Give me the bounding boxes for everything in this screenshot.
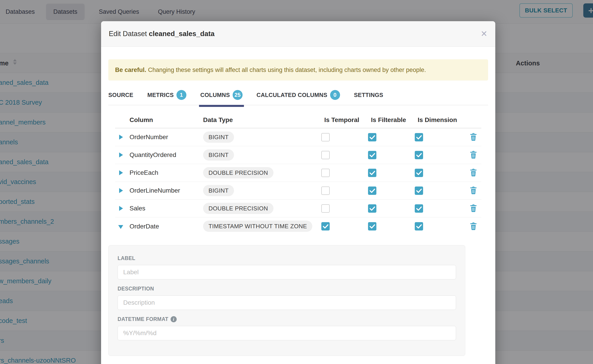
is-temporal-checkbox[interactable] (321, 133, 330, 141)
warning-text: Changing these settings will affect all … (148, 66, 426, 73)
delete-column-icon[interactable] (470, 204, 477, 213)
is-filterable-checkbox[interactable] (368, 169, 376, 177)
datetime-format-label-text: DATETIME FORMAT (118, 316, 168, 322)
data-type-badge: BIGINT (203, 149, 234, 161)
data-type-badge: BIGINT (203, 185, 234, 196)
modal-title-prefix: Edit Dataset (109, 30, 147, 38)
delete-column-icon[interactable] (470, 186, 477, 195)
data-type-badge: DOUBLE PRECISION (203, 203, 273, 214)
tab-columns[interactable]: COLUMNS25 (200, 86, 243, 100)
is-temporal-checkbox[interactable] (321, 169, 330, 177)
is-dimension-checkbox[interactable] (415, 151, 423, 159)
caret-right-icon[interactable] (119, 170, 123, 175)
caret-right-icon[interactable] (119, 206, 123, 211)
tab-label: METRICS (147, 92, 174, 98)
modal-dataset-name: cleaned_sales_data (149, 30, 215, 38)
delete-column-icon[interactable] (470, 222, 477, 231)
modal-tabs: SOURCEMETRICS1COLUMNS25CALCULATED COLUMN… (108, 86, 488, 105)
column-name: PriceEach (130, 169, 203, 176)
modal-body: Be careful. Changing these settings will… (101, 59, 495, 356)
is-filterable-checkbox[interactable] (368, 151, 376, 159)
edit-dataset-modal: Edit Dataset cleaned_sales_data ✕ Be car… (101, 21, 495, 364)
delete-column-icon[interactable] (470, 133, 477, 142)
is-temporal-checkbox[interactable] (321, 204, 330, 213)
label-input[interactable] (118, 265, 456, 280)
is-dimension-checkbox[interactable] (415, 169, 423, 177)
is-dimension-checkbox[interactable] (415, 187, 423, 195)
tab-count-badge: 25 (233, 90, 243, 100)
description-input[interactable] (118, 295, 456, 310)
is-dimension-checkbox[interactable] (415, 204, 423, 213)
warning-banner: Be careful. Changing these settings will… (108, 59, 488, 80)
tab-settings[interactable]: SETTINGS (354, 88, 383, 98)
is-temporal-checkbox[interactable] (321, 187, 330, 195)
caret-down-icon[interactable] (118, 225, 123, 229)
column-row-orderdate: OrderDateTIMESTAMP WITHOUT TIME ZONE (115, 217, 481, 235)
tab-label: COLUMNS (200, 92, 230, 98)
tab-calculated-columns[interactable]: CALCULATED COLUMNS0 (257, 86, 340, 100)
column-detail-panel: LABEL DESCRIPTION DATETIME FORMAT i (108, 245, 465, 356)
tab-count-badge: 1 (177, 90, 186, 100)
is-temporal-checkbox[interactable] (321, 151, 330, 159)
is-filterable-checkbox[interactable] (368, 133, 376, 141)
data-type-badge: DOUBLE PRECISION (203, 167, 273, 178)
column-row-sales: SalesDOUBLE PRECISION (115, 200, 481, 217)
data-type-header: Data Type (203, 116, 318, 124)
modal-header: Edit Dataset cleaned_sales_data ✕ (101, 21, 495, 47)
is-filterable-checkbox[interactable] (368, 187, 376, 195)
warning-bold: Be careful. (115, 66, 146, 73)
delete-column-icon[interactable] (470, 150, 477, 159)
is-temporal-header: Is Temporal (318, 116, 365, 124)
is-temporal-checkbox[interactable] (321, 222, 330, 230)
column-header: Column (130, 116, 203, 124)
column-row-ordernumber: OrderNumberBIGINT (115, 128, 481, 146)
caret-right-icon[interactable] (119, 188, 123, 193)
tab-label: SOURCE (108, 92, 133, 98)
columns-table: Column Data Type Is Temporal Is Filterab… (115, 112, 481, 235)
info-icon[interactable]: i (171, 316, 177, 322)
tab-count-badge: 0 (330, 90, 340, 100)
data-type-badge: BIGINT (203, 131, 234, 143)
is-filterable-checkbox[interactable] (368, 204, 376, 213)
is-filterable-checkbox[interactable] (368, 222, 376, 230)
datetime-format-field-group: DATETIME FORMAT i (118, 316, 456, 340)
column-name: OrderNumber (130, 134, 203, 141)
column-name: Sales (130, 205, 203, 212)
datetime-format-field-label: DATETIME FORMAT i (118, 316, 456, 322)
delete-column-icon[interactable] (470, 168, 477, 177)
is-filterable-header: Is Filterable (365, 116, 412, 124)
is-dimension-checkbox[interactable] (415, 222, 423, 230)
is-dimension-header: Is Dimension (412, 116, 458, 124)
tab-source[interactable]: SOURCE (108, 88, 133, 98)
column-name: QuantityOrdered (130, 151, 203, 159)
tab-metrics[interactable]: METRICS1 (147, 86, 186, 100)
datetime-format-input[interactable] (118, 326, 456, 340)
label-field-group: LABEL (118, 255, 456, 280)
column-row-orderlinenumber: OrderLineNumberBIGINT (115, 182, 481, 200)
caret-right-icon[interactable] (119, 135, 123, 140)
description-field-label: DESCRIPTION (118, 286, 456, 292)
is-dimension-checkbox[interactable] (415, 133, 423, 141)
modal-title: Edit Dataset cleaned_sales_data (109, 30, 215, 38)
description-field-group: DESCRIPTION (118, 286, 456, 310)
caret-right-icon[interactable] (119, 152, 123, 157)
tab-label: SETTINGS (354, 92, 383, 98)
column-row-quantityordered: QuantityOrderedBIGINT (115, 146, 481, 164)
column-name: OrderLineNumber (130, 187, 203, 194)
columns-table-header: Column Data Type Is Temporal Is Filterab… (115, 112, 481, 128)
label-field-label: LABEL (118, 255, 456, 261)
column-row-priceeach: PriceEachDOUBLE PRECISION (115, 164, 481, 182)
column-name: OrderDate (130, 223, 203, 230)
close-icon[interactable]: ✕ (479, 28, 489, 39)
data-type-badge: TIMESTAMP WITHOUT TIME ZONE (203, 221, 312, 232)
tab-label: CALCULATED COLUMNS (257, 92, 327, 98)
